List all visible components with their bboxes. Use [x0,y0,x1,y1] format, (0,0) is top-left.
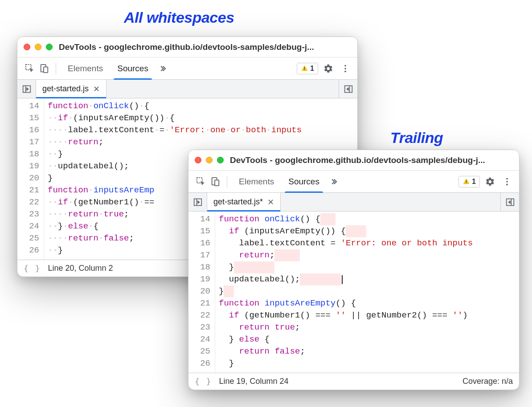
code-line[interactable]: ··if·(inputsAreEmpty())·{ [48,112,357,124]
more-tabs-icon[interactable] [156,65,170,73]
code-line[interactable]: function·onClick()·{ [48,100,357,112]
debugger-toggle-icon[interactable] [339,80,357,98]
devtools-toolbar: Elements Sources 1 [188,171,519,193]
code-line[interactable]: function inputsAreEmpty() { [219,297,519,309]
token-ws: ···· [48,124,68,136]
line-number[interactable]: 20 [188,285,210,297]
token-str: 'Error: one or both inputs [341,237,473,249]
devtools-window-2: DevTools - googlechrome.github.io/devtoo… [188,150,520,390]
line-number[interactable]: 23 [188,322,210,334]
line-number[interactable]: 16 [188,237,210,249]
code-line[interactable]: if (inputsAreEmpty()) { [219,225,519,237]
device-toolbar-icon[interactable] [37,61,51,76]
code-line[interactable]: } else { [219,334,519,346]
minimize-window-button[interactable] [206,157,213,163]
issues-badge[interactable]: 1 [458,176,480,187]
issues-count: 1 [310,65,314,73]
code-line[interactable]: if (getNumber1() === '' || getNumber2() … [219,309,519,322]
line-number[interactable]: 18 [17,148,39,160]
line-number[interactable]: 17 [188,249,210,261]
issues-badge[interactable]: 1 [297,63,318,74]
line-number[interactable]: 17 [17,136,39,148]
code-line[interactable]: } [219,285,519,297]
tab-sources[interactable]: Sources [110,57,156,79]
device-toolbar-icon[interactable] [208,175,222,189]
token-ws: · [88,220,93,232]
code-line[interactable]: } [219,358,519,370]
code-line[interactable]: updateLabel(); [219,273,519,285]
minimize-window-button[interactable] [35,44,41,50]
line-number[interactable]: 18 [188,261,210,273]
token-kw: function [48,184,88,196]
close-tab-icon[interactable]: ✕ [93,84,100,94]
token-ws: · [98,232,103,244]
line-number[interactable]: 22 [188,309,210,322]
titlebar[interactable]: DevTools - googlechrome.github.io/devtoo… [188,150,519,171]
line-number[interactable]: 21 [17,184,39,196]
token-txt: { [144,100,149,112]
navigator-toggle-icon[interactable] [188,193,207,211]
close-window-button[interactable] [24,44,30,50]
inspect-element-icon[interactable] [23,61,37,76]
token-ws: · [139,196,144,208]
token-kw: else [68,220,89,232]
debugger-toggle-icon[interactable] [500,193,519,211]
code-line[interactable]: ····return; [48,136,357,148]
tab-elements[interactable]: Elements [232,171,281,192]
titlebar[interactable]: DevTools - googlechrome.github.io/devtoo… [17,37,357,57]
line-number[interactable]: 15 [188,225,210,237]
settings-icon[interactable] [483,177,497,187]
code-content[interactable]: function onClick() { if (inputsAreEmpty(… [215,212,519,373]
maximize-window-button[interactable] [46,44,53,50]
line-number[interactable]: 19 [17,160,39,172]
close-window-button[interactable] [195,157,201,163]
line-number[interactable]: 24 [188,334,210,346]
tab-sources[interactable]: Sources [281,171,327,192]
file-tab[interactable]: get-started.js ✕ [36,80,106,98]
token-str: or [231,124,241,136]
token-txt: label.textContent [68,124,155,136]
token-ws: ·· [48,220,58,232]
code-editor-2[interactable]: 14151617181920212223242526 function onCl… [188,212,519,373]
line-number[interactable]: 25 [188,346,210,358]
code-line[interactable]: ····label.textContent·=·'Error:·one·or·b… [48,124,357,136]
close-tab-icon[interactable]: ✕ [267,197,274,207]
more-tabs-icon[interactable] [327,178,341,186]
code-line[interactable]: return; [219,249,519,261]
line-number[interactable]: 23 [17,208,39,220]
token-ws: · [88,184,93,196]
code-line[interactable]: label.textContent = 'Error: one or both … [219,237,519,249]
line-number[interactable]: 14 [188,213,210,225]
code-line[interactable]: function onClick() { [219,213,519,225]
navigator-toggle-icon[interactable] [17,80,36,98]
line-number[interactable]: 21 [188,297,210,309]
line-number[interactable]: 20 [17,172,39,184]
line-number[interactable]: 25 [17,232,39,244]
more-options-icon[interactable] [500,177,514,187]
line-number[interactable]: 14 [17,100,39,112]
line-number[interactable]: 26 [188,358,210,370]
pretty-print-icon[interactable]: { } [24,264,41,273]
line-number[interactable]: 22 [17,196,39,208]
settings-icon[interactable] [322,64,335,73]
maximize-window-button[interactable] [217,157,224,163]
pretty-print-icon[interactable]: { } [195,377,212,386]
code-line[interactable]: return false; [219,346,519,358]
more-options-icon[interactable] [339,64,352,73]
file-tab[interactable]: get-started.js* ✕ [207,193,281,211]
token-txt: updateLabel(); [219,273,300,285]
token-str: one [210,124,225,136]
line-number[interactable]: 16 [17,124,39,136]
tab-elements[interactable]: Elements [61,57,110,79]
line-number[interactable]: 19 [188,273,210,285]
token-kw: function [48,100,88,112]
file-tab-bar: get-started.js* ✕ [188,193,519,212]
token-txt: (getNumber1() [73,196,139,208]
line-number[interactable]: 15 [17,112,39,124]
line-number[interactable]: 24 [17,220,39,232]
line-number[interactable]: 26 [17,244,39,256]
inspect-element-icon[interactable] [194,175,208,189]
code-line[interactable]: return true; [219,322,519,334]
code-line[interactable]: } [219,261,519,273]
token-txt [270,322,274,334]
